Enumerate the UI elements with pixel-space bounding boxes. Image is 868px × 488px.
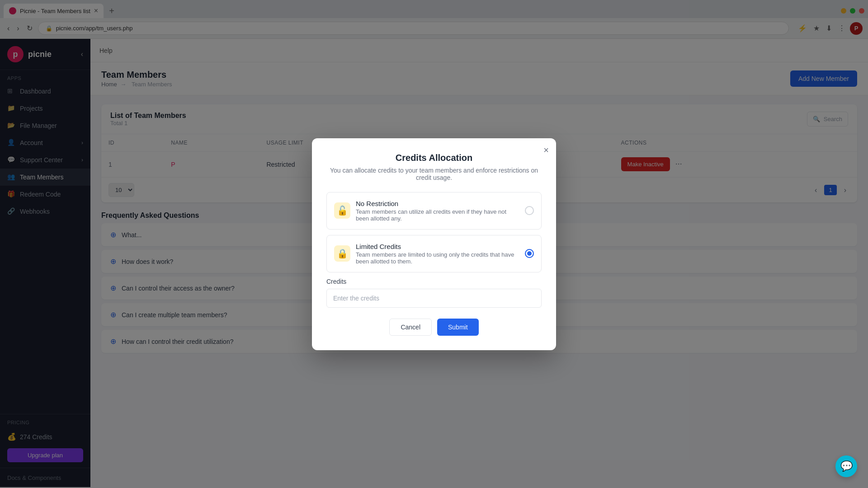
limited-credits-radio[interactable]	[525, 249, 534, 258]
chat-icon: 💬	[840, 460, 853, 472]
option-no-restriction-text: No Restriction Team members can utilize …	[356, 200, 519, 222]
cancel-button[interactable]: Cancel	[389, 319, 432, 336]
option-limited-credits-name: Limited Credits	[356, 243, 519, 250]
option-limited-credits[interactable]: 🔒 Limited Credits Team members are limit…	[326, 235, 542, 272]
chat-bubble[interactable]: 💬	[835, 455, 857, 477]
option-limited-credits-desc: Team members are limited to using only t…	[356, 251, 519, 265]
option-no-restriction[interactable]: 🔓 No Restriction Team members can utiliz…	[326, 192, 542, 230]
no-restriction-icon: 🔓	[334, 202, 350, 219]
no-restriction-radio[interactable]	[525, 206, 534, 215]
limited-credits-icon: 🔒	[334, 245, 350, 262]
modal-title: Credits Allocation	[326, 153, 542, 163]
modal-overlay[interactable]: × Credits Allocation You can allocate cr…	[0, 0, 868, 487]
modal-close-button[interactable]: ×	[543, 145, 549, 155]
modal-subtitle: You can allocate credits to your team me…	[326, 167, 542, 181]
option-no-restriction-desc: Team members can utilize all credits eve…	[356, 208, 519, 222]
option-limited-credits-text: Limited Credits Team members are limited…	[356, 243, 519, 265]
credits-input-section: Credits	[326, 278, 542, 308]
credits-allocation-modal: × Credits Allocation You can allocate cr…	[312, 138, 556, 350]
submit-button[interactable]: Submit	[437, 319, 479, 336]
modal-actions: Cancel Submit	[326, 319, 542, 336]
credits-input-label: Credits	[326, 278, 542, 285]
credits-input-field[interactable]	[326, 289, 542, 308]
option-no-restriction-name: No Restriction	[356, 200, 519, 207]
